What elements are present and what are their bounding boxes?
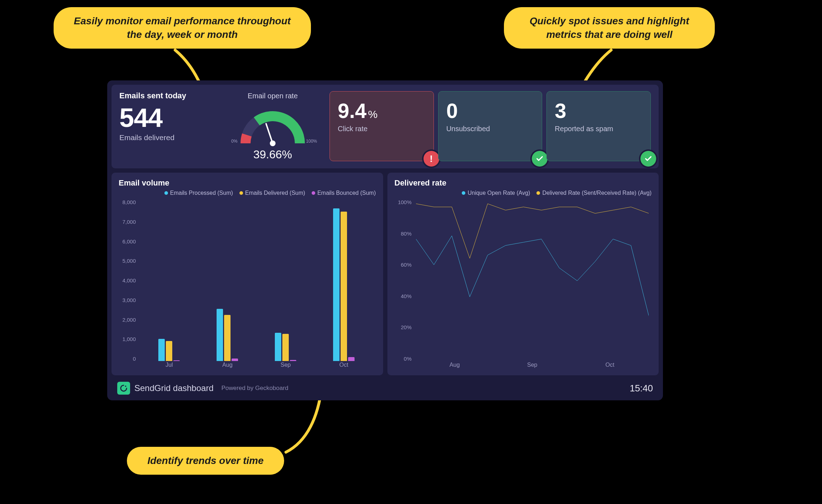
legend-dot-icon bbox=[164, 191, 168, 195]
gauge-min-label: 0% bbox=[231, 139, 237, 144]
card-unit: % bbox=[368, 108, 378, 120]
tile-email-volume: Email volume Emails Processed (Sum)Email… bbox=[112, 173, 383, 375]
x-tick: Oct bbox=[315, 362, 373, 371]
bar-group bbox=[315, 201, 373, 361]
legend-dot-icon bbox=[312, 191, 315, 195]
y-tick: 20% bbox=[395, 324, 412, 330]
line-chart: 100%80%60%40%20%0% AugSepOct bbox=[395, 199, 652, 371]
x-tick: Jul bbox=[140, 362, 198, 371]
bar bbox=[232, 359, 238, 361]
x-tick: Oct bbox=[571, 362, 649, 371]
y-tick: 0 bbox=[119, 356, 136, 362]
legend-dot-icon bbox=[536, 191, 540, 195]
emails-delivered-value: 544 bbox=[119, 105, 216, 131]
bar bbox=[217, 309, 223, 361]
y-tick: 40% bbox=[395, 293, 412, 299]
legend-item: Delivered Rate (Sent/Received Rate) (Avg… bbox=[536, 190, 652, 196]
tile-title: Email volume bbox=[119, 178, 376, 188]
legend-dot-icon bbox=[462, 191, 465, 195]
powered-by: Powered by Geckoboard bbox=[221, 385, 288, 392]
top-metrics-bar: Emails sent today 544 Emails delivered E… bbox=[112, 85, 659, 168]
y-tick: 3,000 bbox=[119, 297, 136, 303]
card-label: Reported as spam bbox=[555, 125, 643, 133]
card-value: 3 bbox=[555, 99, 566, 123]
y-tick: 7,000 bbox=[119, 219, 136, 225]
legend-label: Emails Processed (Sum) bbox=[170, 190, 233, 196]
x-tick: Sep bbox=[257, 362, 315, 371]
bar bbox=[158, 339, 165, 361]
bar-group bbox=[198, 201, 257, 361]
bar-chart: 8,0007,0006,0005,0004,0003,0002,0001,000… bbox=[119, 199, 376, 371]
annotation-text: Easily monitor email performance through… bbox=[74, 15, 291, 40]
emails-delivered-block: Emails sent today 544 Emails delivered bbox=[119, 91, 216, 161]
bar bbox=[166, 341, 172, 361]
legend: Unique Open Rate (Avg)Delivered Rate (Se… bbox=[395, 190, 652, 196]
bar bbox=[282, 334, 289, 361]
bar bbox=[333, 208, 340, 361]
metric-cards: 9.4 % Click rate ! 0 Unsubscribed 3 bbox=[330, 91, 651, 161]
check-icon bbox=[640, 151, 656, 167]
charts-row: Email volume Emails Processed (Sum)Email… bbox=[112, 173, 659, 375]
bar bbox=[173, 360, 180, 361]
y-tick: 4,000 bbox=[119, 277, 136, 283]
svg-point-1 bbox=[270, 140, 276, 146]
tile-delivered-rate: Delivered rate Unique Open Rate (Avg)Del… bbox=[387, 173, 659, 375]
logo-icon bbox=[117, 382, 130, 395]
bar bbox=[275, 333, 281, 361]
legend-label: Emails Delivered (Sum) bbox=[245, 190, 305, 196]
tile-title: Delivered rate bbox=[395, 178, 652, 188]
bar-group bbox=[140, 201, 198, 361]
x-tick: Aug bbox=[198, 362, 257, 371]
card-click-rate: 9.4 % Click rate ! bbox=[330, 91, 434, 161]
bar bbox=[224, 315, 231, 361]
y-tick: 1,000 bbox=[119, 336, 136, 342]
card-label: Click rate bbox=[338, 125, 426, 133]
annotation-text: Quickly spot issues and highlight metric… bbox=[530, 15, 689, 40]
card-reported-spam: 3 Reported as spam bbox=[546, 91, 651, 161]
section-title: Emails sent today bbox=[119, 91, 216, 100]
y-tick: 60% bbox=[395, 262, 412, 268]
card-value: 0 bbox=[446, 99, 458, 123]
y-tick: 80% bbox=[395, 231, 412, 237]
legend-item: Emails Bounced (Sum) bbox=[312, 190, 376, 196]
x-tick: Sep bbox=[494, 362, 571, 371]
svg-point-2 bbox=[125, 386, 127, 387]
legend-item: Unique Open Rate (Avg) bbox=[462, 190, 530, 196]
legend-label: Delivered Rate (Sent/Received Rate) (Avg… bbox=[542, 190, 652, 196]
footer: SendGrid dashboard Powered by Geckoboard… bbox=[112, 380, 659, 396]
y-tick: 0% bbox=[395, 356, 412, 362]
annotation-text: Identify trends over time bbox=[147, 455, 263, 466]
gauge-title: Email open rate bbox=[248, 92, 298, 100]
legend-dot-icon bbox=[239, 191, 243, 195]
gauge-max-label: 100% bbox=[306, 139, 317, 144]
legend-label: Unique Open Rate (Avg) bbox=[467, 190, 530, 196]
y-tick: 100% bbox=[395, 199, 412, 205]
card-label: Unsubscribed bbox=[446, 125, 534, 133]
alert-icon: ! bbox=[424, 151, 439, 167]
annotation-monitor: Easily monitor email performance through… bbox=[54, 7, 311, 49]
gauge-icon bbox=[233, 102, 312, 149]
svg-line-0 bbox=[266, 124, 273, 143]
y-tick: 5,000 bbox=[119, 258, 136, 264]
bar bbox=[290, 360, 296, 361]
open-rate-gauge: Email open rate 0% 100% 39.66% bbox=[221, 91, 325, 161]
y-tick: 6,000 bbox=[119, 238, 136, 244]
line-series bbox=[416, 204, 649, 258]
check-icon bbox=[532, 151, 548, 167]
card-unsubscribed: 0 Unsubscribed bbox=[438, 91, 543, 161]
emails-delivered-label: Emails delivered bbox=[119, 133, 216, 142]
legend: Emails Processed (Sum)Emails Delivered (… bbox=[119, 190, 376, 196]
annotation-spot-issues: Quickly spot issues and highlight metric… bbox=[504, 7, 715, 49]
dashboard: Emails sent today 544 Emails delivered E… bbox=[107, 80, 663, 400]
clock: 15:40 bbox=[630, 383, 653, 394]
line-series bbox=[416, 236, 649, 316]
legend-item: Emails Delivered (Sum) bbox=[239, 190, 305, 196]
legend-label: Emails Bounced (Sum) bbox=[317, 190, 376, 196]
card-value: 9.4 bbox=[338, 99, 367, 123]
bar bbox=[348, 357, 355, 361]
dashboard-title: SendGrid dashboard bbox=[134, 383, 213, 393]
bar bbox=[341, 212, 347, 361]
annotation-trends: Identify trends over time bbox=[127, 447, 284, 475]
bar-group bbox=[257, 201, 315, 361]
legend-item: Emails Processed (Sum) bbox=[164, 190, 233, 196]
